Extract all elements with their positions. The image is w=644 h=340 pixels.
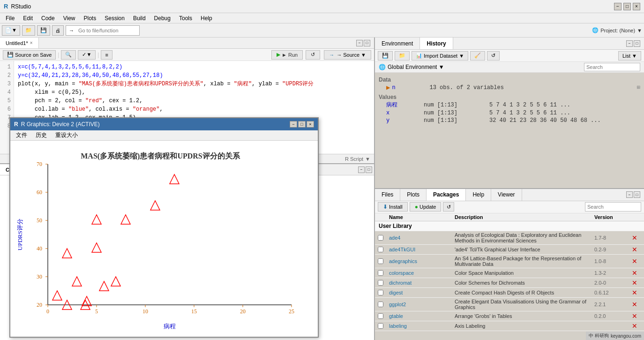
- tab-environment[interactable]: Environment: [375, 38, 420, 49]
- env-save-btn[interactable]: 💾: [378, 51, 393, 60]
- pkg-delete-ade4[interactable]: ✕: [632, 234, 641, 242]
- files-maximize[interactable]: □: [634, 191, 640, 198]
- pkg-delete-digest[interactable]: ✕: [632, 289, 641, 296]
- point-9: [170, 174, 179, 184]
- toolbar-divider2: |: [97, 52, 99, 58]
- pkg-checkbox-gtable[interactable]: [378, 313, 383, 319]
- source-button[interactable]: → → Source ▼: [324, 50, 371, 60]
- rerun-button[interactable]: ↺: [306, 50, 320, 60]
- pkg-name-digest[interactable]: digest: [389, 290, 455, 295]
- pkg-search-input[interactable]: [585, 202, 641, 212]
- editor-tab-close[interactable]: ×: [30, 40, 33, 45]
- env-search-input[interactable]: [584, 63, 640, 71]
- open-button[interactable]: 📁: [22, 25, 35, 36]
- pkg-name-adegraphics[interactable]: adegraphics: [389, 258, 455, 264]
- minimize-button[interactable]: −: [614, 3, 622, 10]
- goto-input[interactable]: [75, 25, 136, 36]
- run-button[interactable]: ▶ ► Run: [271, 50, 303, 60]
- env-grid-icon: ⊞: [637, 84, 640, 91]
- print-button[interactable]: 🖨: [52, 25, 64, 36]
- env-minimize[interactable]: −: [626, 40, 633, 47]
- source-dropdown-icon[interactable]: ▼: [361, 52, 366, 58]
- code-line-3: plot(x, y, main = "MAS(多系统萎缩)患者病程和UPDRS评…: [18, 80, 370, 88]
- pkg-name-ggplot2[interactable]: ggplot2: [389, 302, 455, 307]
- save-button[interactable]: 💾: [37, 25, 50, 36]
- pkg-delete-labeling[interactable]: ✕: [632, 322, 641, 330]
- tab-viewer[interactable]: Viewer: [491, 189, 522, 201]
- editor-maximize[interactable]: □: [364, 40, 370, 46]
- r-script-dropdown[interactable]: ▼: [365, 156, 370, 162]
- pkg-checkbox-adegraphics[interactable]: [378, 258, 383, 264]
- tab-files[interactable]: Files: [375, 189, 400, 201]
- pkg-checkbox-ade4[interactable]: [378, 235, 383, 241]
- tab-packages[interactable]: Packages: [427, 189, 466, 201]
- gfx-close[interactable]: ×: [307, 121, 314, 128]
- gfx-menu-history[interactable]: 历史: [32, 130, 51, 140]
- menu-debug[interactable]: Debug: [150, 14, 174, 23]
- update-btn[interactable]: ● Update: [410, 202, 442, 212]
- pkg-delete-colorspace[interactable]: ✕: [632, 269, 641, 277]
- menu-file[interactable]: File: [2, 14, 18, 23]
- pkg-name-ade4[interactable]: ade4: [389, 235, 455, 241]
- env-refresh-btn[interactable]: ↺: [487, 51, 500, 60]
- pkg-delete-ade4tkgui[interactable]: ✕: [632, 246, 641, 253]
- new-file-button[interactable]: 📄▼: [2, 25, 20, 36]
- pkg-delete-gtable[interactable]: ✕: [632, 312, 641, 320]
- pkg-name-gtable[interactable]: gtable: [389, 313, 455, 319]
- pkg-checkbox-labeling[interactable]: [378, 323, 383, 329]
- env-clear-btn[interactable]: 🧹: [470, 51, 485, 60]
- editor-tab-untitled1[interactable]: Untitled1* ×: [0, 38, 39, 48]
- pkg-checkbox-ade4tkgui[interactable]: [378, 247, 383, 252]
- env-maximize[interactable]: □: [634, 40, 640, 47]
- console-maximize[interactable]: □: [366, 166, 372, 173]
- refresh-btn[interactable]: ↺: [443, 202, 454, 212]
- tab-plots[interactable]: Plots: [400, 189, 427, 201]
- pkg-delete-ggplot2[interactable]: ✕: [632, 301, 641, 308]
- maximize-button[interactable]: □: [623, 3, 631, 10]
- pkg-name-labeling[interactable]: labeling: [389, 323, 455, 329]
- tab-help[interactable]: Help: [466, 189, 491, 201]
- goto-button[interactable]: →: [66, 25, 140, 36]
- spellcheck-button[interactable]: ✓▼: [78, 50, 96, 60]
- source-on-save-button[interactable]: 💾 Source on Save: [3, 50, 56, 60]
- import-dropdown[interactable]: ▼: [459, 53, 464, 59]
- editor-minimize[interactable]: −: [356, 40, 363, 46]
- menu-edit[interactable]: Edit: [19, 14, 37, 23]
- col-version: Version: [594, 214, 632, 220]
- pkg-name-ade4tkgui[interactable]: ade4TkGUI: [389, 247, 455, 252]
- menu-view[interactable]: View: [60, 14, 79, 23]
- import-dataset-btn[interactable]: 📊 Import Dataset ▼: [412, 51, 468, 60]
- pkg-name-dichromat[interactable]: dichromat: [389, 280, 455, 286]
- project-dropdown-icon[interactable]: ▼: [637, 28, 642, 33]
- menu-tools[interactable]: Tools: [175, 14, 196, 23]
- console-minimize[interactable]: −: [358, 166, 365, 173]
- menu-session[interactable]: Session: [101, 14, 128, 23]
- menu-code[interactable]: Code: [37, 14, 59, 23]
- gfx-menu-resize[interactable]: 重设大小: [52, 130, 82, 140]
- pkg-version-dichromat: 2.0-0: [594, 280, 632, 286]
- pkg-checkbox-colorspace[interactable]: [378, 270, 383, 276]
- close-button[interactable]: ×: [633, 3, 640, 10]
- pkg-version-ade4tkgui: 0.2-9: [594, 247, 632, 252]
- format-button[interactable]: ≡: [101, 50, 112, 60]
- env-name-y: y: [386, 117, 424, 124]
- list-btn[interactable]: List ▼: [618, 51, 641, 60]
- search-button[interactable]: 🔍: [61, 50, 76, 60]
- pkg-delete-adegraphics[interactable]: ✕: [632, 257, 641, 265]
- pkg-checkbox-dichromat[interactable]: [378, 280, 383, 286]
- env-open-btn[interactable]: 📁: [395, 51, 410, 60]
- pkg-checkbox-ggplot2[interactable]: [378, 302, 383, 307]
- menu-build[interactable]: Build: [129, 14, 150, 23]
- gfx-minimize[interactable]: −: [290, 121, 297, 128]
- install-btn[interactable]: ⬇ Install: [378, 202, 408, 212]
- files-minimize[interactable]: −: [626, 191, 633, 198]
- tab-history[interactable]: History: [420, 38, 453, 49]
- pkg-checkbox-digest[interactable]: [378, 290, 383, 295]
- gfx-menu-file[interactable]: 文件: [12, 130, 31, 140]
- graphics-device-window[interactable]: R R Graphics: Device 2 (ACTIVE) − □ × 文件…: [9, 117, 319, 338]
- pkg-name-colorspace[interactable]: colorspace: [389, 270, 455, 276]
- pkg-delete-dichromat[interactable]: ✕: [632, 279, 641, 287]
- menu-help[interactable]: Help: [197, 14, 216, 23]
- menu-plots[interactable]: Plots: [80, 14, 100, 23]
- gfx-maximize[interactable]: □: [298, 121, 306, 128]
